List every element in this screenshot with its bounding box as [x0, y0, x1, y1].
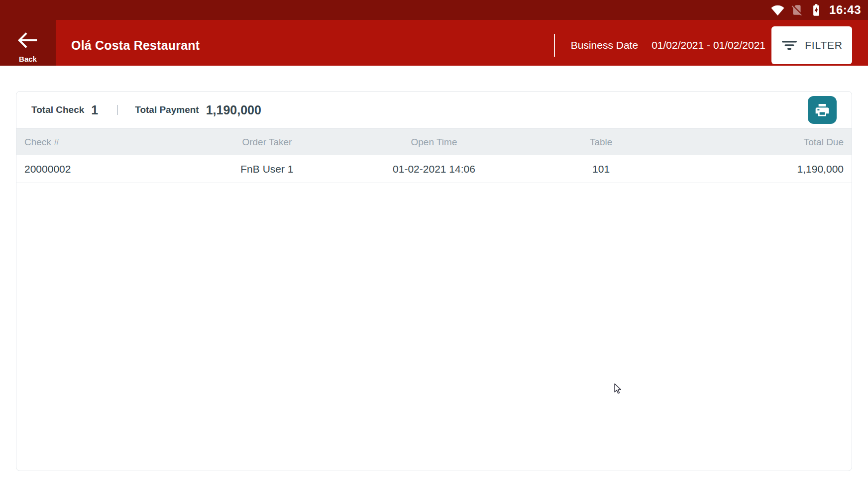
checks-card: Total Check 1 Total Payment 1,190,000 Ch… — [16, 91, 852, 471]
print-button[interactable] — [808, 96, 837, 124]
status-bar: 16:43 — [0, 0, 868, 20]
cell-check-number: 20000002 — [16, 155, 184, 183]
cell-total-due: 1,190,000 — [684, 155, 852, 183]
check-row[interactable]: 20000002 FnB User 1 01-02-2021 14:06 101… — [16, 155, 852, 183]
column-header-check: Check # — [16, 129, 184, 155]
summary-row: Total Check 1 Total Payment 1,190,000 — [16, 92, 852, 128]
total-check-value: 1 — [91, 103, 98, 117]
battery-charging-icon — [809, 3, 823, 17]
cell-open-time: 01-02-2021 14:06 — [350, 155, 518, 183]
table-header: Check # Order Taker Open Time Table Tota… — [16, 128, 852, 155]
column-header-order-taker: Order Taker — [184, 129, 351, 155]
filter-button[interactable]: FILTER — [771, 26, 852, 64]
status-bar-clock: 16:43 — [829, 3, 861, 17]
cell-table: 101 — [518, 155, 685, 183]
cell-order-taker: FnB User 1 — [184, 155, 351, 183]
total-check-label: Total Check — [31, 104, 84, 115]
column-header-table: Table — [518, 129, 685, 155]
total-payment-value: 1,190,000 — [206, 103, 261, 117]
header-divider — [554, 34, 555, 57]
back-arrow-icon — [16, 30, 39, 51]
no-sim-icon — [790, 3, 803, 16]
summary-divider — [117, 105, 118, 115]
check-list-screen: 16:43 Back Olá Costa Restaurant Business… — [0, 0, 868, 488]
app-bar: Olá Costa Restaurant Business Date 01/02… — [56, 20, 868, 66]
business-date-label: Business Date — [571, 39, 638, 51]
total-payment-label: Total Payment — [135, 104, 199, 115]
column-header-total-due: Total Due — [684, 129, 852, 155]
back-button-label: Back — [0, 55, 56, 63]
app-bar-right-group: Business Date 01/02/2021 - 01/02/2021 FI… — [554, 26, 868, 64]
wifi-icon — [771, 4, 784, 16]
back-button[interactable]: Back — [0, 0, 56, 66]
printer-icon — [814, 102, 830, 118]
column-header-open-time: Open Time — [350, 129, 518, 155]
filter-icon — [781, 39, 798, 51]
business-date-range: 01/02/2021 - 01/02/2021 — [651, 39, 765, 51]
filter-button-label: FILTER — [805, 39, 843, 51]
page-title: Olá Costa Restaurant — [71, 38, 200, 53]
